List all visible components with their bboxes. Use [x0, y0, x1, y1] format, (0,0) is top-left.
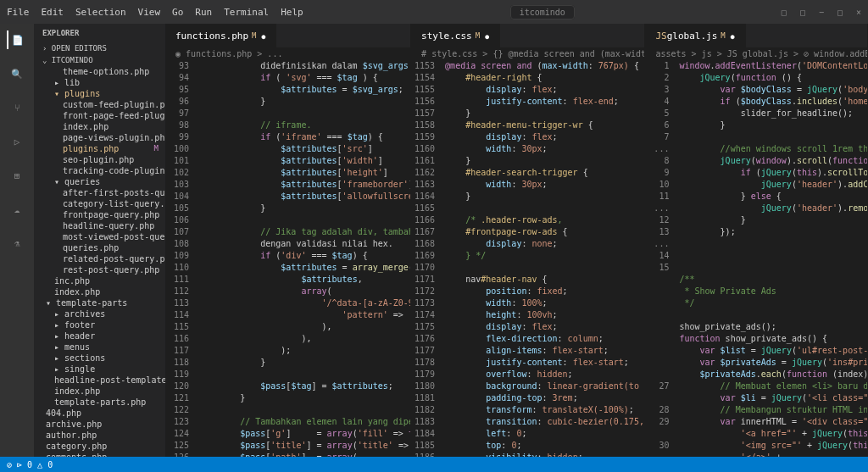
tree-item-template-parts[interactable]: ▾ template-parts [34, 297, 165, 308]
window-control-1[interactable]: □ [800, 8, 805, 17]
editor-content-1[interactable]: 9394959697989910010110210310410510610710… [165, 60, 410, 457]
tab-functions-php[interactable]: functions.php M [165, 24, 276, 47]
tree-item-author-php[interactable]: author.php [34, 430, 165, 441]
editor-pane-1: functions.php M ◉ functions.php > ... 93… [165, 24, 411, 457]
tab-label: global.js [667, 31, 718, 42]
tab-bar-3: JS global.js M [645, 24, 867, 47]
menu-bar: FileEditSelectionViewGoRunTerminalHelp [7, 7, 303, 18]
sidebar-title: EXPLORER [34, 24, 165, 42]
tree-item-tracking-code-plugin-php[interactable]: tracking-code-plugin.php [34, 165, 165, 176]
debug-icon[interactable]: ▷ [8, 132, 26, 151]
tab-style-css[interactable]: style.css M [411, 24, 500, 47]
tab-dirty-icon [726, 31, 735, 42]
tree-item-category-list-query-php[interactable]: category-list-query.php [34, 198, 165, 209]
tree-item-template-parts-php[interactable]: template-parts.php [34, 397, 165, 408]
tree-item-after-first-posts-query-php[interactable]: after-first-posts-query.php [34, 187, 165, 198]
tree-item-front-page-feed-plugin-php[interactable]: front-page-feed-plugin.php [34, 110, 165, 121]
window-control-4[interactable]: × [856, 8, 861, 17]
tree-item-queries[interactable]: ▾ queries [34, 176, 165, 187]
tree-item-404-php[interactable]: 404.php [34, 408, 165, 419]
menu-terminal[interactable]: Terminal [224, 7, 269, 18]
gutter-1: 9394959697989910010110210310410510610710… [165, 60, 199, 457]
tab-bar-2: style.css M [411, 24, 644, 47]
test-icon[interactable]: ⚗ [8, 234, 26, 253]
code-area-3[interactable]: window.addEventListener('DOMContentLoade… [679, 60, 867, 457]
editor-content-3[interactable]: 1234567...891011...1213...141527282930 w… [645, 60, 867, 457]
tree-item-theme-options-php[interactable]: theme-options.php [34, 66, 165, 77]
menu-selection[interactable]: Selection [75, 7, 126, 18]
editors-area: functions.php M ◉ functions.php > ... 93… [165, 24, 868, 457]
window-control-0[interactable]: □ [782, 8, 787, 17]
tab-bar-1: functions.php M [165, 24, 410, 47]
menu-view[interactable]: View [138, 7, 161, 18]
tree-item-plugins[interactable]: ▾ plugins [34, 88, 165, 99]
open-editors-label: OPEN EDITORS [52, 44, 107, 53]
tab-dirty-icon [480, 31, 489, 42]
workspace-section[interactable]: ⌄ ITCOMINDO [34, 54, 165, 66]
file-tree: theme-options.php▸ lib▾ pluginscustom-fe… [34, 66, 165, 457]
tree-item-lib[interactable]: ▸ lib [34, 77, 165, 88]
tree-item-page-views-plugin-php[interactable]: page-views-plugin.php [34, 132, 165, 143]
title-center: itcomindo [303, 7, 782, 18]
activity-bar: 📄 🔍 ⑂ ▷ ⊞ ☁ ⚗ [0, 24, 34, 457]
editor-content-2[interactable]: 1153115411551156115711581159116011611162… [411, 60, 644, 457]
command-center-search[interactable]: itcomindo [510, 5, 575, 19]
tree-item-seo-plugin-php[interactable]: seo-plugin.php [34, 154, 165, 165]
tree-item-related-post-query-php[interactable]: related-post-query.php [34, 253, 165, 264]
tree-item-inc-php[interactable]: inc.php [34, 275, 165, 286]
source-control-icon[interactable]: ⑂ [8, 98, 26, 117]
status-bar[interactable]: ⊘ ⊳ 0 △ 0 [0, 457, 868, 472]
tree-item-single[interactable]: ▸ single [34, 364, 165, 375]
code-area-2[interactable]: @media screen and (max-width: 767px) { #… [445, 60, 644, 457]
breadcrumb-2[interactable]: # style.css > {} @media screen and (max-… [411, 47, 644, 60]
window-controls: □□−□× [782, 8, 861, 17]
tree-item-footer[interactable]: ▸ footer [34, 319, 165, 330]
tree-item-headline-query-php[interactable]: headline-query.php [34, 220, 165, 231]
title-bar: FileEditSelectionViewGoRunTerminalHelp i… [0, 0, 868, 24]
open-editors-section[interactable]: › OPEN EDITORS [34, 42, 165, 54]
editor-pane-2: style.css M # style.css > {} @media scre… [411, 24, 645, 457]
menu-file[interactable]: File [7, 7, 30, 18]
search-icon[interactable]: 🔍 [8, 64, 26, 83]
tree-item-index-php[interactable]: index.php [34, 121, 165, 132]
tree-item-plugins-php[interactable]: plugins.phpM [34, 143, 165, 154]
tree-item-header[interactable]: ▸ header [34, 330, 165, 342]
editor-pane-3: JS global.js M assets > js > JS global.j… [645, 24, 868, 457]
menu-go[interactable]: Go [172, 7, 183, 18]
tab-dirty-icon [257, 31, 266, 42]
status-text: ⊘ ⊳ 0 △ 0 [7, 460, 53, 469]
breadcrumb-3[interactable]: assets > js > JS global.js > ⊘ window.ad… [645, 47, 867, 60]
code-area-1[interactable]: didefinisikan dalam $svg_args. if ( 'svg… [199, 60, 410, 457]
tree-item-custom-feed-plugin-php[interactable]: custom-feed-plugin.php [34, 99, 165, 110]
tab-label: style.css [421, 31, 472, 42]
menu-help[interactable]: Help [281, 7, 303, 18]
tab-label: functions.php [175, 31, 248, 42]
tree-item-index-php[interactable]: index.php [34, 286, 165, 297]
tree-item-rest-post-query-php[interactable]: rest-post-query.php [34, 264, 165, 275]
extensions-icon[interactable]: ⊞ [8, 166, 26, 185]
window-control-2[interactable]: − [819, 8, 824, 17]
menu-edit[interactable]: Edit [42, 7, 64, 18]
gutter-3: 1234567...891011...1213...141527282930 [645, 60, 679, 457]
main-area: 📄 🔍 ⑂ ▷ ⊞ ☁ ⚗ EXPLORER › OPEN EDITORS ⌄ … [0, 24, 868, 457]
tree-item-frontpage-query-php[interactable]: frontpage-query.php [34, 209, 165, 220]
tree-item-menus[interactable]: ▸ menus [34, 342, 165, 353]
explorer-icon[interactable]: 📄 [7, 31, 25, 49]
workspace-label: ITCOMINDO [52, 56, 93, 64]
tree-item-index-php[interactable]: index.php [34, 386, 165, 397]
tree-item-archive-php[interactable]: archive.php [34, 419, 165, 430]
menu-run[interactable]: Run [195, 7, 212, 18]
tree-item-headline-post-template-php[interactable]: headline-post-template.php [34, 375, 165, 386]
remote-icon[interactable]: ☁ [8, 200, 26, 219]
breadcrumb-1[interactable]: ◉ functions.php > ... [165, 47, 410, 60]
sidebar: EXPLORER › OPEN EDITORS ⌄ ITCOMINDO them… [34, 24, 165, 457]
tab-global-js[interactable]: JS global.js M [645, 24, 745, 47]
tree-item-archives[interactable]: ▸ archives [34, 308, 165, 319]
tree-item-queries-php[interactable]: queries.php [34, 242, 165, 253]
tree-item-most-viewed-post-query-php[interactable]: most-viewed-post-query.php [34, 231, 165, 242]
tree-item-sections[interactable]: ▸ sections [34, 353, 165, 364]
window-control-3[interactable]: □ [837, 8, 843, 17]
tree-item-category-php[interactable]: category.php [34, 441, 165, 452]
gutter-2: 1153115411551156115711581159116011611162… [411, 60, 445, 457]
